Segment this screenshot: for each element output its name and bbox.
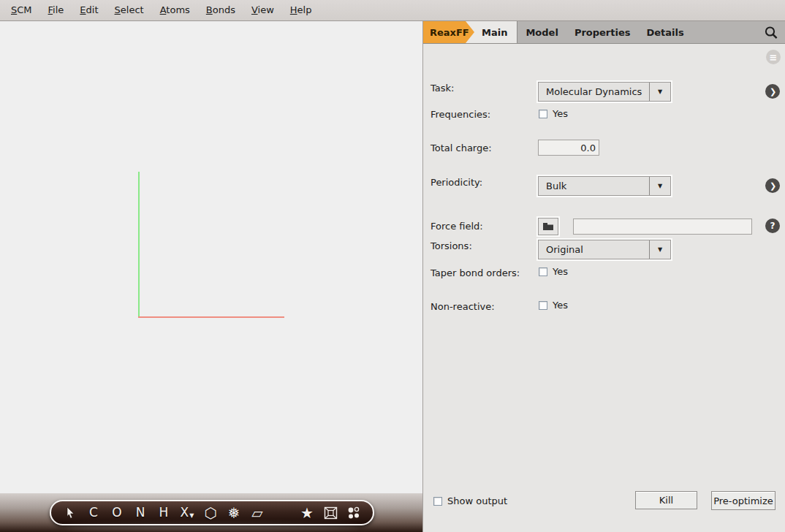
menu-bar: SCMFileEditSelectAtomsBondsViewHelp [0,0,785,21]
tab-details[interactable]: Details [639,21,692,43]
task-value: Molecular Dynamics [539,86,649,97]
menu-item-atoms[interactable]: Atoms [152,0,198,20]
checkbox-box[interactable] [539,110,547,118]
cursor-arrow-icon [65,506,76,519]
force-field-help-button[interactable]: ? [765,218,780,233]
x-axis-line [138,316,284,318]
dropdown-arrow-icon: ▼ [658,183,662,189]
taper-bond-orders-checkbox[interactable]: Yes [539,266,568,277]
plane-tool-icon[interactable]: ▱ [250,506,265,520]
ring-tool-icon[interactable]: ⬡ [203,506,218,520]
torsions-label: Torsions: [431,238,472,251]
torsions-dropdown-button[interactable]: ▼ [649,240,670,259]
hydrogen-tool[interactable]: H [156,506,171,519]
cell-box-tool[interactable] [323,506,338,520]
force-field-input[interactable] [573,218,752,235]
dropdown-arrow-icon: ▼ [658,88,662,95]
torsions-dropdown[interactable]: Original ▼ [538,240,671,259]
tab-model[interactable]: Model [517,21,566,43]
menu-item-help[interactable]: Help [282,0,320,20]
menu-item-scm[interactable]: SCM [3,0,40,20]
periodicity-value: Bulk [539,180,649,191]
non-reactive-checkbox[interactable]: Yes [539,300,568,311]
tab-properties[interactable]: Properties [566,21,639,43]
torsions-value: Original [539,244,649,255]
task-label: Task: [431,80,454,94]
show-output-checkbox[interactable]: Show output [433,495,507,506]
menu-item-file[interactable]: File [40,0,72,20]
periodicity-expand-button[interactable]: ❯ [765,178,780,193]
y-axis-line [138,172,140,318]
kill-button[interactable]: Kill [635,491,697,509]
total-charge-label: Total charge: [431,140,492,153]
menu-item-select[interactable]: Select [107,0,152,20]
context-tab-reaxff[interactable]: ReaxFF [423,21,474,43]
dropdown-arrow-icon: ▼ [658,246,662,253]
checkbox-box[interactable] [433,497,442,506]
tab-main[interactable]: Main [474,21,517,43]
checkbox-box[interactable] [539,267,547,276]
pointer-tool[interactable] [63,506,77,519]
unit-cell-icon [324,506,338,520]
menu-item-view[interactable]: View [243,0,282,20]
oxygen-tool[interactable]: O [110,506,124,519]
frequencies-label: Frequencies: [431,107,490,120]
task-expand-button[interactable]: ❯ [765,84,780,99]
chevron-right-icon: ❯ [770,182,776,190]
non-reactive-label: Non-reactive: [431,299,495,312]
non-reactive-option-label: Yes [553,300,568,311]
atom-toolbar: C O N H X▼ ⬡ ❅ ▱ ★ [50,500,374,525]
periodicity-dropdown-button[interactable]: ▼ [649,177,670,195]
structures-tool-icon[interactable]: ★ [300,506,314,520]
search-icon [763,25,779,41]
main-form: ≡ Task: Molecular Dynamics ▼ ❯ Frequenci… [423,44,785,532]
periodicity-label: Periodicity: [431,175,482,188]
carbon-tool[interactable]: C [86,506,101,519]
panel-menu-button[interactable]: ≡ [766,50,781,64]
question-mark-icon: ? [770,221,775,230]
taper-option-label: Yes [553,266,568,277]
menu-item-edit[interactable]: Edit [72,0,106,20]
show-output-label: Show output [447,495,507,506]
task-dropdown-button[interactable]: ▼ [649,83,670,101]
pre-optimize-button[interactable]: Pre-optimize [711,491,775,510]
active-tab-group: ReaxFF Main [423,21,517,43]
tab-bar: ReaxFF Main Model Properties Details [423,21,785,44]
molecules-tool[interactable] [346,506,361,520]
chevron-right-icon: ❯ [770,88,776,96]
total-charge-input[interactable] [538,140,599,156]
hamburger-icon: ≡ [770,53,778,62]
menu-item-bonds[interactable]: Bonds [198,0,243,20]
periodicity-dropdown[interactable]: Bulk ▼ [538,176,671,196]
molecules-dots-icon [347,506,360,520]
search-button[interactable] [763,25,779,41]
frequencies-option-label: Yes [553,108,568,119]
force-field-label: Force field: [431,218,483,232]
viewport-bottom-strip: C O N H X▼ ⬡ ❅ ▱ ★ [0,493,422,532]
frequencies-checkbox[interactable]: Yes [539,108,568,119]
crystal-tool-icon[interactable]: ❅ [227,506,241,520]
force-field-browse-button[interactable] [538,218,558,235]
element-x-tool[interactable]: X▼ [180,506,194,519]
checkbox-box[interactable] [539,301,547,310]
taper-bond-orders-label: Taper bond orders: [431,265,520,278]
ams-reaxff-window: SCMFileEditSelectAtomsBondsViewHelp C O … [0,0,785,532]
folder-icon [542,222,554,231]
molecule-viewport[interactable] [0,21,422,493]
reaxff-settings-panel: ReaxFF Main Model Properties Details ≡ T… [422,21,785,532]
element-dropdown-icon: ▼ [189,512,194,519]
nitrogen-tool[interactable]: N [133,506,148,519]
task-dropdown[interactable]: Molecular Dynamics ▼ [538,82,671,102]
